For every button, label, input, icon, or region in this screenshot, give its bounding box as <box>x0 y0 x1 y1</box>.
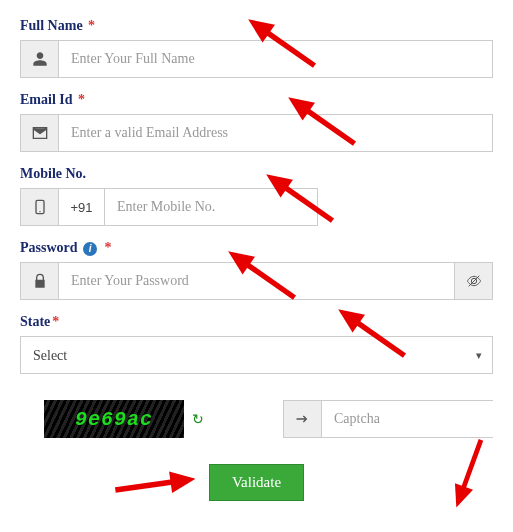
hand-icon <box>284 401 322 437</box>
lock-icon <box>21 263 59 299</box>
email-input[interactable] <box>59 115 492 151</box>
password-label: Password i * <box>20 240 493 256</box>
mobile-label: Mobile No. <box>20 166 493 182</box>
email-group <box>20 114 493 152</box>
info-icon[interactable]: i <box>83 242 97 256</box>
state-select-wrap: Select <box>20 336 493 374</box>
country-code: +91 <box>59 189 105 225</box>
fullname-input[interactable] <box>59 41 492 77</box>
state-label: State* <box>20 314 493 330</box>
captcha-input[interactable] <box>322 401 513 437</box>
fullname-label: Full Name * <box>20 18 493 34</box>
envelope-icon <box>21 115 59 151</box>
eye-icon[interactable] <box>454 263 492 299</box>
mobile-group: +91 <box>20 188 318 226</box>
captcha-image: 9e69ac <box>44 400 184 438</box>
password-input[interactable] <box>59 263 454 299</box>
fullname-group <box>20 40 493 78</box>
refresh-icon[interactable]: ↻ <box>192 411 204 427</box>
user-icon <box>21 41 59 77</box>
email-label: Email Id * <box>20 92 493 108</box>
captcha-row: 9e69ac ↻ <box>20 400 493 438</box>
state-select[interactable]: Select <box>33 348 480 363</box>
captcha-group <box>283 400 493 438</box>
validate-button[interactable]: Validate <box>209 464 304 501</box>
phone-icon <box>21 189 59 225</box>
password-group <box>20 262 493 300</box>
svg-point-1 <box>39 211 40 212</box>
mobile-input[interactable] <box>105 189 317 225</box>
